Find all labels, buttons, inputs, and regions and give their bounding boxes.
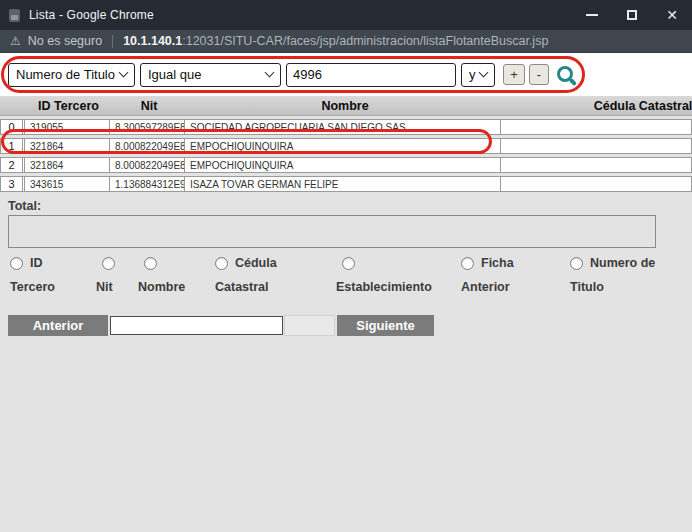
table-row[interactable]: 2 321864 8.000822049E8 EMPOCHIQUINQUIRA bbox=[0, 157, 692, 173]
cell-nit: 8.000822049E8 bbox=[110, 139, 185, 153]
cell-cedula-catastral bbox=[501, 158, 691, 172]
table-row[interactable]: 3 343615 1.136884312E9 ISAZA TOVAR GERMA… bbox=[0, 176, 692, 192]
header-nit: Nit bbox=[111, 99, 187, 113]
radio-button[interactable] bbox=[102, 257, 115, 270]
radio-option-ficha-anterior[interactable]: Ficha Anterior bbox=[461, 255, 514, 294]
cell-cedula-catastral bbox=[501, 177, 691, 191]
not-secure-warning-icon: ⚠ bbox=[10, 34, 21, 48]
previous-button[interactable]: Anterior bbox=[8, 315, 108, 336]
cell-nit: 8.000822049E8 bbox=[110, 158, 185, 172]
pagination: Anterior Siguiente bbox=[8, 315, 692, 336]
chevron-down-icon bbox=[265, 68, 275, 78]
cell-nombre: ISAZA TOVAR GERMAN FELIPE bbox=[185, 177, 501, 191]
address-divider bbox=[112, 35, 113, 48]
search-icon[interactable] bbox=[557, 66, 573, 82]
search-logic-select[interactable]: y bbox=[461, 63, 495, 87]
cell-id-tercero: 321864 bbox=[25, 158, 110, 172]
search-field-value: Numero de Titulo bbox=[16, 67, 115, 82]
maximize-button[interactable] bbox=[612, 0, 652, 30]
header-cedula-catastral: Cédula Catastral bbox=[503, 99, 692, 113]
chevron-down-icon bbox=[479, 68, 489, 78]
minimize-icon bbox=[586, 14, 598, 16]
table-row[interactable]: 0 319055 8.300597289E8 SOCIEDAD AGROPECU… bbox=[0, 119, 692, 135]
row-index: 1 bbox=[1, 139, 25, 153]
radio-button[interactable] bbox=[570, 257, 583, 270]
radio-option-nombre[interactable]: Nombre bbox=[138, 255, 185, 294]
maximize-icon bbox=[627, 10, 637, 20]
radio-button[interactable] bbox=[10, 257, 23, 270]
cell-id-tercero: 321864 bbox=[25, 139, 110, 153]
radio-button[interactable] bbox=[215, 257, 228, 270]
cell-nombre: SOCIEDAD AGROPECUARIA SAN DIEGO SAS bbox=[185, 120, 501, 134]
add-criteria-button[interactable]: + bbox=[503, 64, 525, 85]
radio-button[interactable] bbox=[144, 257, 157, 270]
security-label[interactable]: No es seguro bbox=[28, 34, 102, 48]
cell-nit: 8.300597289E8 bbox=[110, 120, 185, 134]
radio-option-nit[interactable]: Nit bbox=[96, 255, 122, 294]
search-logic-value: y bbox=[469, 67, 476, 82]
search-operator-value: Igual que bbox=[148, 67, 202, 82]
row-index: 0 bbox=[1, 120, 25, 134]
total-value-box bbox=[8, 215, 656, 248]
window-controls: ✕ bbox=[572, 0, 692, 30]
cell-nombre: EMPOCHIQUINQUIRA bbox=[185, 158, 501, 172]
row-index: 2 bbox=[1, 158, 25, 172]
url-path: :12031/SITU-CAR/faces/jsp/administracion… bbox=[182, 34, 548, 48]
radio-button[interactable] bbox=[461, 257, 474, 270]
window-title: Lista - Google Chrome bbox=[29, 8, 154, 22]
next-button[interactable]: Siguiente bbox=[337, 315, 434, 336]
radio-option-cedula-catastral[interactable]: Cédula Catastral bbox=[215, 255, 277, 294]
title-bar: Lista - Google Chrome ✕ bbox=[0, 0, 692, 30]
cell-id-tercero: 343615 bbox=[25, 177, 110, 191]
cell-id-tercero: 319055 bbox=[25, 120, 110, 134]
table-row[interactable]: 1 321864 8.000822049E8 EMPOCHIQUINQUIRA bbox=[0, 138, 692, 154]
chevron-down-icon bbox=[119, 68, 129, 78]
cell-cedula-catastral bbox=[501, 139, 691, 153]
radio-option-establecimiento[interactable]: Establecimiento bbox=[336, 255, 432, 294]
total-label: Total: bbox=[8, 199, 692, 213]
cell-nombre: EMPOCHIQUINQUIRA bbox=[185, 139, 501, 153]
row-index: 3 bbox=[1, 177, 25, 191]
filter-radio-group: ID Tercero Nit Nombre Cédula Catastral E… bbox=[0, 255, 692, 305]
cell-cedula-catastral bbox=[501, 120, 691, 134]
search-field-select[interactable]: Numero de Titulo bbox=[8, 63, 135, 87]
page-favicon-icon bbox=[9, 9, 20, 22]
results-table: ID Tercero Nit Nombre Cédula Catastral 0… bbox=[0, 96, 692, 192]
search-operator-select[interactable]: Igual que bbox=[140, 63, 281, 87]
search-bar: Numero de Titulo Igual que y + - bbox=[0, 53, 692, 96]
search-value-input[interactable] bbox=[286, 63, 456, 87]
close-button[interactable]: ✕ bbox=[652, 0, 692, 30]
close-icon: ✕ bbox=[666, 8, 678, 22]
address-bar[interactable]: ⚠ No es seguro 10.1.140.1:12031/SITU-CAR… bbox=[0, 30, 692, 53]
header-id-tercero: ID Tercero bbox=[26, 99, 111, 113]
page-input[interactable] bbox=[110, 316, 283, 335]
header-nombre: Nombre bbox=[187, 99, 503, 113]
url-host: 10.1.140.1 bbox=[123, 34, 182, 48]
minimize-button[interactable] bbox=[572, 0, 612, 30]
page-url[interactable]: 10.1.140.1:12031/SITU-CAR/faces/jsp/admi… bbox=[123, 34, 548, 48]
browser-window: Lista - Google Chrome ✕ ⚠ No es seguro 1… bbox=[0, 0, 692, 532]
radio-option-numero-de-titulo[interactable]: Numero de Titulo bbox=[570, 255, 655, 294]
radio-button[interactable] bbox=[342, 257, 355, 270]
pager-spacer bbox=[284, 315, 335, 336]
remove-criteria-button[interactable]: - bbox=[529, 64, 549, 85]
radio-option-id-tercero[interactable]: ID Tercero bbox=[10, 255, 55, 294]
cell-nit: 1.136884312E9 bbox=[110, 177, 185, 191]
table-header: ID Tercero Nit Nombre Cédula Catastral bbox=[0, 96, 692, 116]
